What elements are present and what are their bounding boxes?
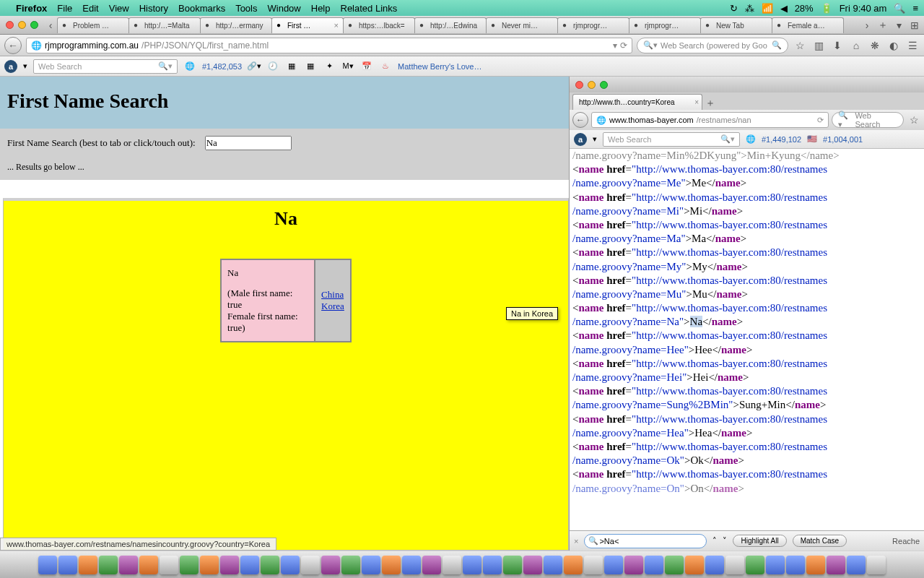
dock-item[interactable] [38,556,57,574]
dock-item[interactable] [58,556,77,574]
menu-icon[interactable]: ☰ [905,38,920,53]
zoom-window-icon[interactable] [30,21,38,29]
dock-item[interactable] [847,556,866,574]
popup-rank1[interactable]: #1,449,102 [762,135,801,144]
xml-view[interactable]: /name.groovy?name=Min%2DKyung">Min+Kyung… [570,149,924,530]
menu-bookmarks[interactable]: Bookmarks [178,3,225,14]
dock-item[interactable] [766,556,785,574]
url-bar[interactable]: 🌐 rjmprogramming.com.au/PHP/JSON/YQL/fir… [26,38,632,53]
dock-item[interactable] [725,556,744,574]
browser-tab[interactable]: ●Problem … [57,17,129,33]
popup-back-button[interactable]: ← [572,112,588,128]
find-close-icon[interactable]: × [574,537,578,545]
dock-item[interactable] [544,556,562,574]
menu-tools[interactable]: Tools [235,3,257,14]
dock-item[interactable] [321,556,340,574]
popup-alexa-search[interactable]: Web Search🔍▾ [603,132,740,147]
home-icon[interactable]: ⌂ [849,38,863,53]
dock-item[interactable] [301,556,320,574]
dock-item[interactable] [119,556,138,574]
dock-item[interactable] [79,556,97,574]
flame-icon[interactable]: ♨ [379,60,392,73]
downloads-icon[interactable]: ⬇ [830,38,845,53]
find-prev-icon[interactable]: ˄ [712,536,717,545]
menu-help[interactable]: Help [311,3,331,14]
dock-item[interactable] [139,556,158,574]
close-icon[interactable]: × [334,21,339,30]
dock-item[interactable] [261,556,279,574]
find-input[interactable] [584,534,707,548]
country-link-china[interactable]: China [321,289,344,301]
close-icon[interactable]: × [694,98,699,106]
close-window-icon[interactable] [6,21,14,29]
menu-file[interactable]: File [57,3,72,14]
alexa-icon[interactable]: a [4,60,17,73]
popup-close-icon[interactable] [575,81,583,89]
dock-item[interactable] [806,556,825,574]
browser-tab[interactable]: ●Female a… [772,17,844,33]
dock-item[interactable] [281,556,300,574]
alexa-search[interactable]: Web Search🔍▾ [33,59,178,74]
reload-icon[interactable]: ⟳ [817,116,824,125]
search-box[interactable]: 🔍▾ Web Search (powered by Goo 🔍 [637,38,788,53]
alexa-headline[interactable]: Matthew Berry's Love… [398,62,481,71]
popup-zoom-icon[interactable] [600,81,608,89]
menu-view[interactable]: View [109,3,129,14]
wifi-icon[interactable]: 📶 [762,3,773,14]
browser-tab[interactable]: ●Never mi… [486,17,558,33]
link-icon[interactable]: 🔗▾ [248,60,261,73]
dropdown-icon[interactable]: ▾ [613,40,617,51]
reload-icon[interactable]: ⟳ [620,40,627,51]
dock-item[interactable] [220,556,239,574]
popup-rank2[interactable]: #1,004,001 [823,135,863,144]
tab-groups-icon[interactable]: ⊞ [908,19,921,32]
tabs-dropdown-icon[interactable]: ▾ [892,19,905,32]
dock-item[interactable] [523,556,542,574]
volume-icon[interactable]: ◀ [780,3,788,14]
dock-item[interactable] [685,556,704,574]
notification-icon[interactable]: ≡ [912,3,918,14]
dock-item[interactable] [503,556,522,574]
browser-tab[interactable]: ●https:…lback= [343,17,415,33]
share-tw-icon[interactable]: ▦ [304,60,317,73]
sync-icon[interactable]: ◐ [886,38,901,53]
popup-url-bar[interactable]: 🌐 www.thomas-bayer.com/restnames/nan ⟳ [591,112,829,128]
browser-tab[interactable]: ●http:/…Edwina [414,17,487,33]
new-tab-icon[interactable]: ＋ [876,19,889,32]
match-case-button[interactable]: Match Case [793,535,847,547]
dock-item[interactable] [665,556,684,574]
spotlight-icon[interactable]: 🔍 [894,3,905,14]
menu-related[interactable]: Related Links [341,3,398,14]
dock-item[interactable] [867,556,886,574]
dock-item[interactable] [604,556,623,574]
gmail-icon[interactable]: M▾ [341,60,354,73]
browser-tab[interactable]: ●http:/…=Malta [128,17,201,33]
highlight-all-button[interactable]: Highlight All [733,535,786,547]
dock-item[interactable] [160,556,178,574]
popup-search[interactable]: 🔍▾ Web Search [832,112,904,128]
browser-tab[interactable]: ●rjmprogr… [629,17,701,33]
firstname-input[interactable] [205,136,292,150]
dock-item[interactable] [240,556,259,574]
tabs-scroll-right-icon[interactable]: › [860,19,873,32]
menu-edit[interactable]: Edit [82,3,98,14]
minimize-window-icon[interactable] [18,21,26,29]
clock[interactable]: Fri 9:40 am [840,3,887,14]
browser-tab[interactable]: ●New Tab [700,17,772,33]
dock-item[interactable] [463,556,481,574]
wayback-icon[interactable]: 🕗 [266,60,279,73]
dock-item[interactable] [402,556,421,574]
dock-item[interactable] [705,556,724,574]
back-button[interactable]: ← [4,37,22,54]
app-name[interactable]: Firefox [16,3,47,14]
country-link-korea[interactable]: Korea [321,301,344,312]
menu-window[interactable]: Window [268,3,301,14]
dock-item[interactable] [827,556,845,574]
dock-item[interactable] [362,556,380,574]
alexa-rank[interactable]: #1,482,053 [202,62,242,71]
share-fb-icon[interactable]: ▦ [285,60,298,73]
browser-tab[interactable]: ●http:/…ermany [200,17,272,33]
bookmark-star-icon[interactable]: ☆ [793,38,807,53]
popup-min-icon[interactable] [588,81,596,89]
feed-icon[interactable]: ❋ [868,38,882,53]
